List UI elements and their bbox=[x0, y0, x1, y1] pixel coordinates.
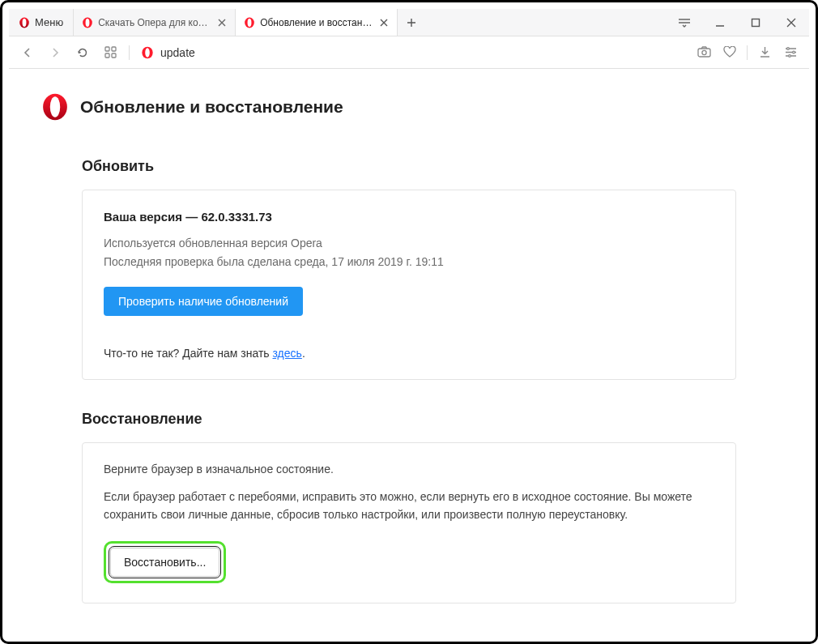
check-updates-button[interactable]: Проверить наличие обновлений bbox=[104, 287, 303, 316]
snapshot-button[interactable] bbox=[692, 41, 716, 65]
tab-strip: Скачать Опера для компь Обновление и вос… bbox=[74, 9, 667, 36]
reload-button[interactable] bbox=[70, 41, 95, 65]
tab-label: Скачать Опера для компь bbox=[98, 17, 211, 28]
toolbar-right bbox=[692, 41, 803, 65]
restore-section-title: Восстановление bbox=[82, 411, 736, 428]
svg-point-3 bbox=[86, 19, 90, 27]
address-bar[interactable]: update bbox=[136, 46, 688, 59]
page-content: Обновление и восстановление Обновить Ваш… bbox=[9, 70, 809, 635]
back-button[interactable] bbox=[15, 41, 40, 65]
svg-point-17 bbox=[788, 55, 790, 58]
page-title: Обновление и восстановление bbox=[80, 97, 343, 117]
restore-lead: Верните браузер в изначальное состояние. bbox=[104, 463, 714, 476]
restore-button[interactable]: Восстановить... bbox=[110, 548, 219, 577]
svg-point-1 bbox=[23, 19, 27, 27]
address-text: update bbox=[160, 46, 195, 59]
downloads-button[interactable] bbox=[752, 41, 777, 65]
maximize-button[interactable] bbox=[738, 9, 773, 36]
svg-rect-13 bbox=[698, 49, 710, 57]
svg-point-19 bbox=[50, 96, 60, 117]
update-card: Ваша версия — 62.0.3331.73 Используется … bbox=[82, 190, 736, 380]
page-header: Обновление и восстановление bbox=[9, 70, 809, 135]
tab-label: Обновление и восстановл bbox=[260, 17, 373, 28]
new-tab-button[interactable] bbox=[398, 9, 425, 36]
opera-favicon-icon bbox=[244, 17, 255, 28]
last-check: Последняя проверка была сделана среда, 1… bbox=[104, 254, 714, 271]
svg-point-14 bbox=[701, 50, 705, 54]
svg-rect-10 bbox=[112, 53, 116, 58]
menu-button[interactable]: Меню bbox=[9, 9, 74, 36]
svg-rect-9 bbox=[105, 53, 109, 58]
svg-point-16 bbox=[792, 51, 795, 53]
version-line: Ваша версия — 62.0.3331.73 bbox=[104, 210, 714, 224]
toolbar: update bbox=[9, 36, 809, 69]
svg-point-15 bbox=[786, 48, 789, 50]
tab-close-button[interactable] bbox=[377, 16, 390, 29]
update-section-title: Обновить bbox=[82, 158, 736, 175]
feedback-suffix: . bbox=[302, 347, 305, 360]
highlight-annotation: Восстановить... bbox=[104, 541, 226, 583]
opera-logo-icon bbox=[41, 93, 69, 121]
close-window-button[interactable] bbox=[773, 9, 809, 36]
svg-point-5 bbox=[248, 19, 252, 27]
tab-close-button[interactable] bbox=[215, 16, 228, 29]
window-controls bbox=[667, 9, 809, 36]
restore-card: Верните браузер в изначальное состояние.… bbox=[82, 442, 736, 603]
svg-rect-7 bbox=[105, 47, 109, 51]
opera-logo-icon bbox=[19, 17, 30, 28]
update-status: Используется обновленная версия Opera bbox=[104, 235, 714, 252]
tab-menu-button[interactable] bbox=[667, 9, 702, 36]
feedback-line: Что-то не так? Дайте нам знать здесь. bbox=[104, 347, 714, 360]
feedback-link[interactable]: здесь bbox=[273, 347, 302, 360]
version-prefix: Ваша версия — bbox=[104, 210, 201, 224]
separator bbox=[129, 45, 130, 60]
tab-update-restore[interactable]: Обновление и восстановл bbox=[236, 9, 398, 36]
opera-favicon-icon bbox=[82, 17, 93, 28]
easy-setup-button[interactable] bbox=[778, 41, 803, 65]
opera-favicon-icon bbox=[141, 46, 154, 59]
bookmark-heart-button[interactable] bbox=[718, 41, 742, 65]
titlebar: Меню Скачать Опера для компь bbox=[9, 9, 809, 36]
svg-point-12 bbox=[145, 48, 150, 57]
version-number: 62.0.3331.73 bbox=[201, 210, 272, 224]
svg-rect-8 bbox=[112, 47, 116, 51]
speed-dial-button[interactable] bbox=[98, 41, 122, 65]
svg-rect-6 bbox=[752, 19, 760, 26]
tab-opera-download[interactable]: Скачать Опера для компь bbox=[74, 9, 236, 36]
feedback-prefix: Что-то не так? Дайте нам знать bbox=[104, 347, 273, 360]
minimize-button[interactable] bbox=[702, 9, 738, 36]
restore-body: Если браузер работает с перебоями, испра… bbox=[104, 488, 714, 523]
forward-button[interactable] bbox=[43, 41, 67, 65]
menu-label: Меню bbox=[35, 16, 63, 28]
separator bbox=[747, 45, 748, 60]
